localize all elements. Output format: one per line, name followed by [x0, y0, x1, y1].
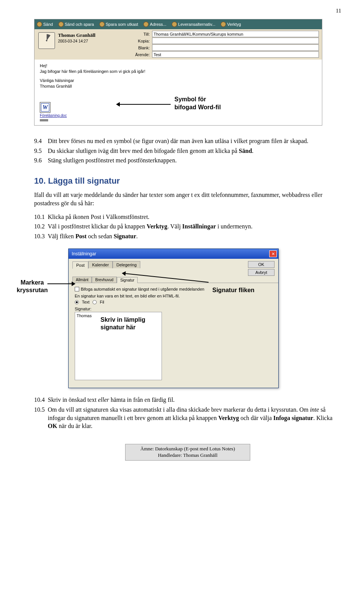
- callout-sigflik: Signatur fliken: [212, 286, 254, 294]
- send-save-button[interactable]: Sänd och spara: [58, 22, 94, 27]
- arrow-icon: [47, 283, 74, 284]
- list-text: Om du vill att signaturen ska visas auto…: [48, 406, 341, 430]
- ok-button[interactable]: OK: [248, 261, 275, 268]
- tab-delegering[interactable]: Delegering: [113, 261, 140, 268]
- tab-post[interactable]: Post: [72, 261, 88, 269]
- radio-text[interactable]: [75, 300, 79, 304]
- tab-signatur[interactable]: Signatur: [117, 277, 138, 283]
- send-icon: [37, 22, 42, 27]
- sender-avatar-icon: [38, 32, 55, 49]
- document-body-lower: 10.4Skriv in önskad text eller hämta in …: [34, 396, 341, 430]
- body-line: Thomas Granhäll: [40, 84, 317, 88]
- footer-line: Handledare: Thomas Granhäll: [129, 452, 247, 459]
- cancel-button[interactable]: Avbryt: [248, 269, 275, 276]
- list-num: 9.4: [34, 137, 48, 145]
- body-line: Hej!: [40, 63, 317, 68]
- signature-desc: En signatur kan vara en bit text, en bil…: [75, 294, 272, 298]
- delivery-button[interactable]: Leveransalternativ...: [172, 22, 215, 27]
- settings-dialog: Inställningar ✕ Post Kalender Delegering…: [68, 249, 279, 388]
- list-num: 9.5: [34, 147, 48, 155]
- callout-line: Skriv in lämplig: [100, 316, 145, 324]
- address-label: Adress...: [150, 22, 166, 27]
- dialog-title: Inställningar: [72, 251, 96, 256]
- callout-line: bifogad Word-fil: [174, 104, 221, 112]
- send-button[interactable]: Sänd: [37, 22, 53, 27]
- callout-skriv: Skriv in lämplig signatur här: [100, 316, 145, 331]
- page-footer: Ämne: Datorkunskap (E-post med Lotus Not…: [125, 444, 250, 461]
- email-header: Thomas Granhäll 2003-03-24 14:27 Till: K…: [35, 29, 322, 60]
- radio-fil-label: Fil: [100, 300, 104, 304]
- email-body[interactable]: Hej! Jag bifogar här filen på föreläsnin…: [35, 60, 322, 125]
- address-icon: [143, 22, 149, 27]
- draft-icon: [99, 22, 105, 27]
- list-num: 10.4: [34, 396, 48, 404]
- sender-block: Thomas Granhäll 2003-03-24 14:27: [35, 29, 133, 60]
- list-num: 10.5: [34, 406, 48, 430]
- cc-label[interactable]: Kopia:: [133, 39, 150, 43]
- callout-line: signatur här: [100, 324, 145, 331]
- tab-kalender[interactable]: Kalender: [88, 261, 113, 268]
- list-num: 10.1: [34, 213, 48, 221]
- footer-line: Ämne: Datorkunskap (E-post med Lotus Not…: [129, 446, 247, 452]
- list-text: Väl i postfönstret klickar du på knappen…: [48, 222, 253, 231]
- callout-word-symbol: Symbol för bifogad Word-fil: [174, 96, 221, 112]
- dialog-titlebar: Inställningar ✕: [69, 249, 278, 259]
- list-text: Du skickar slutligen iväg ditt brev med …: [48, 147, 254, 155]
- checkbox-label: Bifoga automatiskt en signatur längst ne…: [81, 287, 204, 291]
- document-body: 9.4Ditt brev förses nu med en symbol (se…: [34, 137, 341, 240]
- word-attachment-icon[interactable]: W: [40, 102, 50, 113]
- address-button[interactable]: Adress...: [143, 22, 166, 27]
- callout-line: Markera: [11, 279, 53, 286]
- auto-signature-checkbox[interactable]: [75, 287, 79, 291]
- to-label[interactable]: Till:: [133, 32, 150, 36]
- sender-name: Thomas Granhäll: [58, 32, 96, 38]
- tools-label: Verktyg: [227, 22, 241, 27]
- arrow-icon: [118, 104, 171, 105]
- outer-tabs: Post Kalender Delegering: [72, 261, 140, 268]
- intro-10: Ifall du vill att varje meddelande du sä…: [34, 191, 341, 207]
- close-icon[interactable]: ✕: [269, 250, 277, 257]
- tools-icon: [221, 22, 226, 27]
- bcc-label[interactable]: Blank:: [133, 46, 150, 50]
- list-num: 10.3: [34, 232, 48, 241]
- list-num: 10.2: [34, 222, 48, 231]
- list-text: Stäng slutligen postfönstret med postfön…: [48, 156, 177, 165]
- subject-label: Ärende:: [133, 52, 150, 57]
- send-label: Sänd: [43, 22, 53, 27]
- body-line: Vänliga hälsningar: [40, 78, 317, 83]
- radio-text-label: Text: [82, 300, 89, 304]
- email-toolbar: Sänd Sänd och spara Spara som utkast Adr…: [35, 19, 322, 29]
- signature-label: Signatur:: [75, 307, 272, 311]
- sender-date: 2003-03-24 14:27: [58, 39, 96, 43]
- tools-button[interactable]: Verktyg: [221, 22, 241, 27]
- callout-markera: Markera kryssrutan: [11, 279, 53, 294]
- list-text: Välj fliken Post och sedan Signatur.: [48, 232, 138, 241]
- delivery-icon: [172, 22, 177, 27]
- cc-field[interactable]: [152, 38, 319, 44]
- bcc-field[interactable]: [152, 44, 319, 51]
- page-number: 11: [336, 8, 341, 14]
- callout-line: Symbol för: [174, 96, 221, 104]
- attachment-filename[interactable]: Föreläsning.doc: [40, 113, 67, 118]
- save-draft-button[interactable]: Spara som utkast: [99, 22, 138, 27]
- list-text: Klicka på ikonen Post i Välkomstfönstret…: [48, 213, 149, 221]
- tab-brevhuvud[interactable]: Brevhuvud: [92, 277, 117, 283]
- radio-fil[interactable]: [93, 300, 97, 304]
- list-num: 9.6: [34, 156, 48, 165]
- send-save-label: Sänd och spara: [65, 22, 94, 27]
- recipient-fields: Till: Kopia: Blank: Ärende:: [133, 29, 322, 60]
- caret-line: [40, 119, 48, 121]
- send-save-icon: [58, 22, 64, 27]
- callout-line: kryssrutan: [11, 286, 53, 294]
- save-draft-label: Spara som utkast: [106, 22, 138, 27]
- list-text: Ditt brev förses nu med en symbol (se fi…: [48, 137, 308, 145]
- list-text: Skriv in önskad text eller hämta in från…: [48, 396, 175, 404]
- body-line: Jag bifogar här filen på föreläsningen s…: [40, 69, 317, 74]
- inner-tabs: Allmänt Brevhuvud Signatur: [69, 277, 278, 283]
- delivery-label: Leveransalternativ...: [178, 22, 215, 27]
- dialog-content: Bifoga automatiskt en signatur längst ne…: [69, 283, 278, 388]
- subject-field[interactable]: [152, 51, 319, 58]
- to-field[interactable]: [152, 31, 319, 37]
- heading-10: 10. Lägga till signatur: [34, 175, 341, 187]
